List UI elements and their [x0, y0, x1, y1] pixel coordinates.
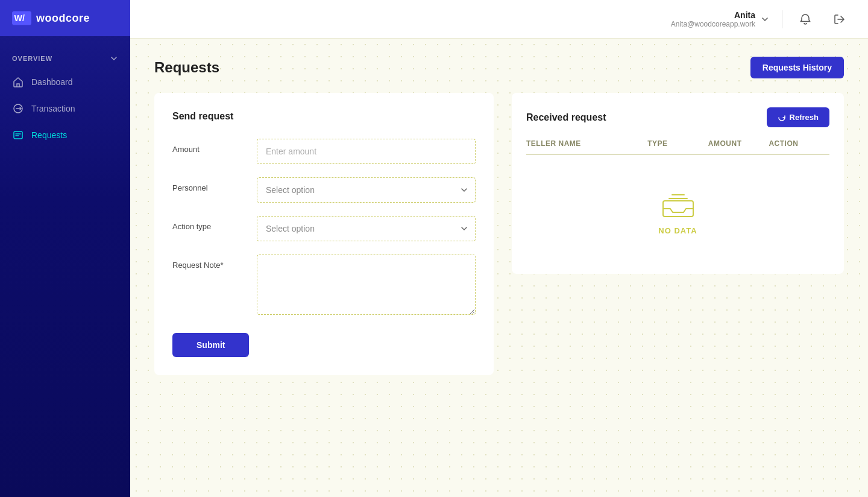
requests-icon — [12, 129, 24, 141]
received-request-panel: Received request Refresh TELLER NAME TYP… — [512, 93, 844, 274]
svg-rect-3 — [14, 131, 22, 139]
received-request-header: Received request Refresh — [526, 107, 829, 127]
personnel-select[interactable]: Select option — [257, 177, 476, 203]
request-note-textarea[interactable] — [257, 255, 476, 315]
user-menu[interactable]: Anita Anita@woodcoreapp.work — [671, 10, 770, 28]
table-header: TELLER NAME TYPE AMOUNT ACTION — [526, 139, 829, 155]
svg-text:W/: W/ — [14, 13, 25, 23]
logout-icon — [833, 13, 845, 25]
request-note-group: Request Note* — [172, 255, 476, 315]
sidebar-item-dashboard-label: Dashboard — [31, 77, 73, 87]
requests-history-label: Requests History — [763, 63, 832, 72]
sidebar-item-requests[interactable]: Requests — [0, 122, 130, 148]
action-type-group: Action type Select option — [172, 216, 476, 241]
transaction-icon — [12, 103, 24, 115]
request-note-label: Request Note* — [172, 255, 245, 270]
sidebar-item-requests-label: Requests — [31, 130, 67, 140]
action-type-label: Action type — [172, 216, 245, 231]
logo-icon: W/ — [12, 11, 31, 25]
notification-button[interactable] — [794, 8, 816, 30]
amount-label: Amount — [172, 139, 245, 154]
no-data-container: NO DATA — [526, 165, 829, 259]
amount-group: Amount — [172, 139, 476, 164]
header-divider — [782, 10, 782, 28]
action-type-select-wrapper: Select option — [257, 216, 476, 241]
send-request-panel: Send request Amount Personnel Select opt… — [154, 93, 494, 375]
refresh-label: Refresh — [790, 113, 819, 122]
send-request-title: Send request — [172, 111, 476, 122]
main-area: Anita Anita@woodcoreapp.work Requests — [130, 0, 868, 497]
columns-container: Send request Amount Personnel Select opt… — [154, 93, 844, 375]
sidebar-section-overview[interactable]: OVERVIEW — [0, 48, 130, 69]
sidebar-nav: OVERVIEW Dashboard Transaction — [0, 36, 130, 497]
chevron-down-icon — [110, 54, 118, 63]
bell-icon — [799, 13, 811, 25]
main-content: Requests Requests History Send request A… — [130, 39, 868, 497]
refresh-button[interactable]: Refresh — [767, 107, 829, 127]
sidebar-logo: W/ woodcore — [0, 0, 130, 36]
sidebar-item-dashboard[interactable]: Dashboard — [0, 69, 130, 95]
personnel-label: Personnel — [172, 177, 245, 192]
sidebar-item-transaction-label: Transaction — [31, 104, 75, 113]
user-info: Anita Anita@woodcoreapp.work — [671, 10, 755, 28]
personnel-group: Personnel Select option — [172, 177, 476, 203]
submit-button[interactable]: Submit — [172, 333, 249, 357]
no-data-icon — [660, 189, 696, 219]
requests-history-button[interactable]: Requests History — [750, 57, 844, 78]
page-title: Requests — [154, 59, 219, 76]
sidebar: W/ woodcore OVERVIEW Dashboard — [0, 0, 130, 497]
col-teller-name: TELLER NAME — [526, 139, 647, 148]
user-chevron-icon — [760, 14, 770, 24]
logout-button[interactable] — [828, 8, 850, 30]
col-type: TYPE — [647, 139, 708, 148]
username: Anita — [671, 10, 755, 20]
amount-input[interactable] — [257, 139, 476, 164]
user-email: Anita@woodcoreapp.work — [671, 20, 755, 28]
no-data-text: NO DATA — [658, 226, 697, 235]
col-amount: AMOUNT — [708, 139, 769, 148]
refresh-icon — [778, 113, 786, 122]
page-header: Requests Requests History — [154, 57, 844, 78]
header: Anita Anita@woodcoreapp.work — [130, 0, 868, 39]
sidebar-item-transaction[interactable]: Transaction — [0, 95, 130, 122]
home-icon — [12, 76, 24, 88]
personnel-select-wrapper: Select option — [257, 177, 476, 203]
sidebar-section-label: OVERVIEW — [12, 55, 52, 62]
received-request-title: Received request — [526, 112, 606, 123]
col-action: ACTION — [769, 139, 829, 148]
action-type-select[interactable]: Select option — [257, 216, 476, 241]
app-name: woodcore — [36, 12, 90, 25]
